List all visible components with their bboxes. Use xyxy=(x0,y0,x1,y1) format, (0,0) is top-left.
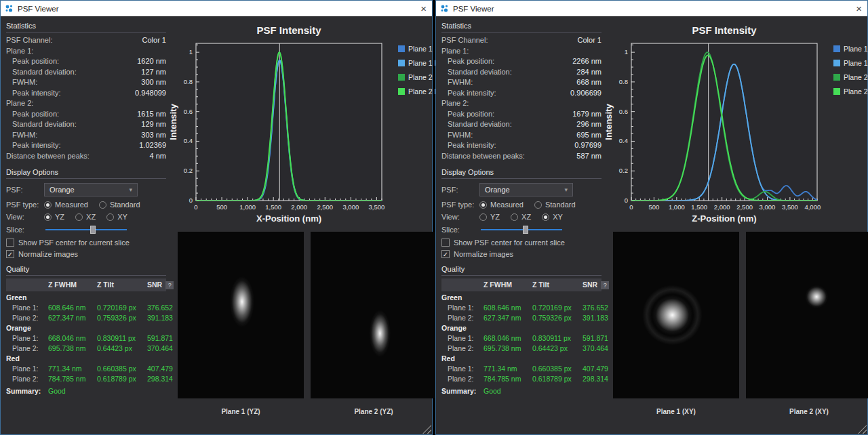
psf-images: Plane 1 (XY) Plane 2 (XY) xyxy=(613,232,868,415)
svg-text:PSF Intensity: PSF Intensity xyxy=(692,24,757,36)
stat-value: 296 nm xyxy=(576,119,601,130)
psf-image-plane1[interactable] xyxy=(613,232,739,398)
radio-measured[interactable]: Measured xyxy=(44,201,88,209)
stat-row: PSF Channel:Color 1 xyxy=(6,35,166,46)
radio-standard[interactable]: Standard xyxy=(534,201,576,209)
stat-value: 668 nm xyxy=(576,77,601,88)
legend-label: Plane 2 xyxy=(844,73,868,81)
stat-value: 1679 nm xyxy=(572,109,601,120)
settings-panel: Statistics PSF Channel:Color 1Plane 1:Pe… xyxy=(6,20,166,433)
psf-dropdown[interactable]: Orange ▾ xyxy=(479,183,573,196)
quality-row: Plane 2:784.785 nm0.618789 px298.314 xyxy=(441,374,601,384)
quality-group-red: Red xyxy=(441,354,601,364)
chart-row: PSF Intensity05001,0001,5002,0002,5003,0… xyxy=(169,20,446,226)
psf-viewer-window: PSF Viewer × Statistics PSF Channel:Colo… xyxy=(435,0,868,435)
radio-xy-dot xyxy=(542,213,549,221)
slice-slider[interactable] xyxy=(45,225,127,234)
view-label: View: xyxy=(441,213,479,221)
quality-zfwhm: 771.34 nm xyxy=(484,364,532,374)
slice-slider-track xyxy=(45,229,127,230)
checkbox-box: ✓ xyxy=(6,250,14,258)
stat-row: Plane 2: xyxy=(441,98,601,109)
radio-label: Measured xyxy=(490,201,524,209)
stat-label: Peak intensity: xyxy=(6,140,61,151)
close-icon[interactable]: × xyxy=(844,3,862,14)
statistics-rows: PSF Channel:Color 1Plane 1:Peak position… xyxy=(6,35,166,161)
stat-label: Peak position: xyxy=(441,109,494,120)
quality-zfwhm: 627.347 nm xyxy=(48,313,97,323)
svg-text:1,500: 1,500 xyxy=(691,203,707,211)
stat-row: Peak intensity:0.906699 xyxy=(441,88,601,99)
radio-label: XY xyxy=(553,213,563,221)
quality-row-label: Plane 1: xyxy=(441,364,484,374)
psf-row: PSF: Orange ▾ xyxy=(441,183,601,196)
psf-image-plane1[interactable] xyxy=(178,232,304,398)
stat-label: Plane 1: xyxy=(6,46,33,57)
psf-image-plane2[interactable] xyxy=(311,232,437,398)
checkbox-show-psf-center-for-current-slice[interactable]: Show PSF center for current slice xyxy=(6,239,166,247)
quality-row: Plane 2:695.738 nm0.64423 px370.464 xyxy=(441,344,601,354)
svg-text:0.8: 0.8 xyxy=(619,78,628,85)
window-content: Statistics PSF Channel:Color 1Plane 1:Pe… xyxy=(1,16,432,434)
radio-yz[interactable]: YZ xyxy=(479,213,500,221)
legend-label: Plane 1 xyxy=(408,45,433,53)
stat-label: Peak intensity: xyxy=(441,140,496,151)
psf-image-plane2-figure: Plane 2 (XY) xyxy=(746,232,868,415)
radio-measured[interactable]: Measured xyxy=(479,201,524,209)
stat-label: FWHM: xyxy=(441,130,473,141)
svg-text:3,000: 3,000 xyxy=(760,203,776,211)
svg-text:0: 0 xyxy=(194,203,197,211)
svg-text:1,000: 1,000 xyxy=(239,203,256,211)
quality-group-green: Green xyxy=(6,293,166,303)
stat-row: Peak position:1620 nm xyxy=(6,56,166,67)
stat-value: 0.948099 xyxy=(135,88,166,99)
radio-standard[interactable]: Standard xyxy=(99,201,140,209)
checkbox-label: Show PSF center for current slice xyxy=(18,239,130,247)
quality-col-z-fwhm: Z FWHM xyxy=(484,278,532,291)
close-icon[interactable]: × xyxy=(409,3,427,14)
stat-label: PSF Channel: xyxy=(6,35,52,46)
titlebar[interactable]: PSF Viewer × xyxy=(1,1,432,16)
quality-table: Z FWHMZ TiltSNR?GreenPlane 1:608.646 nm0… xyxy=(441,278,601,384)
radio-xz[interactable]: XZ xyxy=(511,213,531,221)
slice-slider[interactable] xyxy=(481,225,562,234)
quality-row: Plane 2:695.738 nm0.64423 px370.464 xyxy=(6,344,166,354)
stat-value: 1615 nm xyxy=(137,109,166,120)
stat-value: 284 nm xyxy=(576,67,601,78)
checkbox-normalize-images[interactable]: ✓Normalize images xyxy=(6,250,166,258)
psf-image-plane2[interactable] xyxy=(746,232,868,398)
quality-header: Quality xyxy=(6,264,166,276)
radio-yz[interactable]: YZ xyxy=(44,213,64,221)
stat-value: 300 nm xyxy=(141,77,166,88)
slice-slider-handle[interactable] xyxy=(523,226,528,234)
quality-ztilt: 0.720169 px xyxy=(532,303,583,313)
psf-image-plane1-figure: Plane 1 (YZ) xyxy=(178,232,304,415)
checkbox-normalize-images[interactable]: ✓Normalize images xyxy=(441,250,601,258)
slice-slider-handle[interactable] xyxy=(90,226,96,234)
view-options: YZXZXY xyxy=(479,213,563,221)
checkbox-show-psf-center-for-current-slice[interactable]: Show PSF center for current slice xyxy=(441,239,601,247)
legend-item-plane-2: Plane 2 xyxy=(833,73,868,81)
radio-xz-dot xyxy=(511,213,518,221)
radio-xy[interactable]: XY xyxy=(106,213,127,221)
stat-row: Standard deviation:129 nm xyxy=(6,119,166,130)
stat-label: Plane 1: xyxy=(441,46,469,57)
legend-swatch xyxy=(398,45,405,52)
svg-text:1,500: 1,500 xyxy=(265,203,281,211)
quality-zfwhm: 784.785 nm xyxy=(48,374,97,384)
psf-dropdown[interactable]: Orange ▾ xyxy=(44,183,138,196)
psf-type-label: PSF type: xyxy=(441,201,479,209)
radio-xy[interactable]: XY xyxy=(542,213,563,221)
quality-row: Plane 2:627.347 nm0.759326 px391.183 xyxy=(441,313,601,323)
titlebar[interactable]: PSF Viewer × xyxy=(436,1,867,16)
radio-xz[interactable]: XZ xyxy=(75,213,96,221)
stat-row: FWHM:695 nm xyxy=(441,130,601,141)
svg-text:3,000: 3,000 xyxy=(342,203,359,211)
stat-label: Plane 2: xyxy=(441,98,469,109)
quality-row: Plane 1:771.34 nm0.660385 px407.479 xyxy=(441,364,601,374)
stat-row: Standard deviation:296 nm xyxy=(441,119,601,130)
stat-row: FWHM:300 nm xyxy=(6,77,166,88)
checkbox-box xyxy=(441,239,450,247)
psf-viewer-window: PSF Viewer × Statistics PSF Channel:Colo… xyxy=(0,0,433,435)
stat-row: Plane 2: xyxy=(6,98,166,109)
